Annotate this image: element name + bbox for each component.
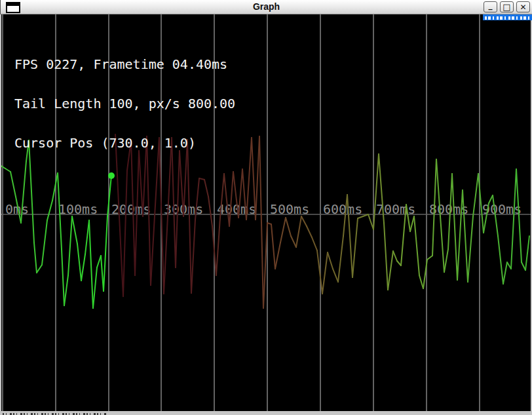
graph-window: Graph _ □ ✕ 0ms100ms200ms300ms400ms500ms…	[0, 0, 532, 415]
waveform-segment	[89, 220, 93, 308]
waveform-segment	[64, 275, 68, 306]
maximize-icon: □	[503, 2, 510, 12]
waveform-segment	[42, 220, 47, 265]
waveform-segment	[191, 220, 195, 293]
bottom-window-border	[0, 411, 532, 415]
waveform-segment	[208, 197, 212, 226]
waveform-segment	[452, 174, 457, 280]
waveform-segment	[101, 256, 104, 291]
waveform-segment	[301, 216, 307, 226]
waveform-segment	[393, 251, 397, 261]
waveform-segment	[259, 136, 263, 308]
graph-canvas[interactable]: 0ms100ms200ms300ms400ms500ms600ms700ms80…	[1, 14, 531, 411]
minimize-button[interactable]: _	[484, 1, 497, 12]
waveform-segment	[97, 256, 101, 267]
hud-line-fps: FPS 0227, Frametime 04.40ms	[14, 58, 235, 71]
clipped-white-text	[485, 16, 529, 20]
waveform-segment	[444, 249, 448, 272]
close-icon: ✕	[520, 3, 526, 12]
waveform-segment	[216, 218, 220, 275]
waveform-segment	[503, 262, 507, 284]
waveform-segment	[123, 170, 127, 296]
waveform-segment	[296, 216, 301, 247]
axis-tick-label: 600ms	[323, 201, 362, 217]
waveform-segment	[275, 243, 280, 269]
waveform-segment	[164, 216, 168, 294]
window-body: 0ms100ms200ms300ms400ms500ms600ms700ms80…	[0, 14, 532, 415]
hud-line-cursor: Cursor Pos (730.0, 1.0)	[14, 136, 235, 149]
minimize-icon: _	[489, 1, 493, 10]
waveform-segment	[312, 237, 317, 250]
waveform-segment	[224, 174, 229, 226]
axis-tick-label: 100ms	[58, 201, 98, 217]
waveform-segment	[104, 216, 107, 291]
waveform-segment	[419, 275, 423, 288]
waveform-segment	[62, 249, 64, 306]
waveform-segment	[525, 236, 529, 270]
titlebar-buttons: _ □ ✕	[484, 1, 530, 12]
waveform-segment	[204, 180, 208, 197]
waveform-segment	[280, 218, 286, 243]
waveform-segment	[328, 252, 333, 269]
waveform-segment	[271, 224, 275, 269]
waveform-segment	[338, 236, 343, 282]
waveform-segment	[384, 223, 388, 290]
waveform-segment	[468, 216, 473, 282]
waveform-segment	[37, 265, 42, 273]
waveform-segment	[473, 174, 478, 216]
waveform-segment	[427, 256, 432, 260]
overlap-highlight-fragment	[483, 14, 532, 20]
waveform-segment	[333, 269, 338, 282]
waveform-segment	[229, 172, 233, 226]
hud-overlay: FPS 0227, Frametime 04.40ms Tail Length …	[14, 31, 235, 176]
maximize-button[interactable]: □	[500, 1, 514, 12]
waveform-segment	[68, 216, 72, 275]
waveform-segment	[119, 216, 123, 296]
waveform-segment	[47, 201, 52, 220]
waveform-segment	[322, 252, 328, 294]
waveform-segment	[291, 236, 296, 247]
waveform-segment	[85, 220, 89, 254]
waveform-segment	[522, 262, 525, 270]
waveform-segment	[72, 216, 77, 244]
close-button[interactable]: ✕	[516, 1, 530, 12]
waveform-segment	[307, 226, 312, 237]
axis-tick-label: 500ms	[270, 201, 309, 217]
waveform-segment	[498, 236, 503, 284]
waveform-segment	[286, 218, 291, 236]
waveform-segment	[5, 168, 10, 172]
waveform-segment	[77, 244, 81, 281]
waveform-segment	[511, 169, 516, 269]
titlebar[interactable]: Graph _ □ ✕	[0, 0, 532, 14]
hud-line-tail: Tail Length 100, px/s 800.00	[14, 97, 235, 110]
waveform-segment	[388, 251, 393, 290]
waveform-segment	[373, 154, 379, 229]
waveform-segment	[414, 216, 419, 275]
waveform-segment	[256, 136, 259, 220]
waveform-segment	[368, 214, 373, 229]
waveform-segment	[199, 178, 204, 180]
window-title: Graph	[1, 0, 532, 14]
axis-tick-label: 200ms	[111, 201, 151, 217]
waveform-segment	[93, 267, 97, 308]
waveform-segment	[440, 216, 444, 272]
waveform-segment	[151, 216, 155, 285]
waveform-segment	[81, 254, 85, 281]
waveform-segment	[410, 216, 414, 231]
waveform-segment	[34, 243, 37, 273]
waveform-segment	[352, 218, 358, 277]
